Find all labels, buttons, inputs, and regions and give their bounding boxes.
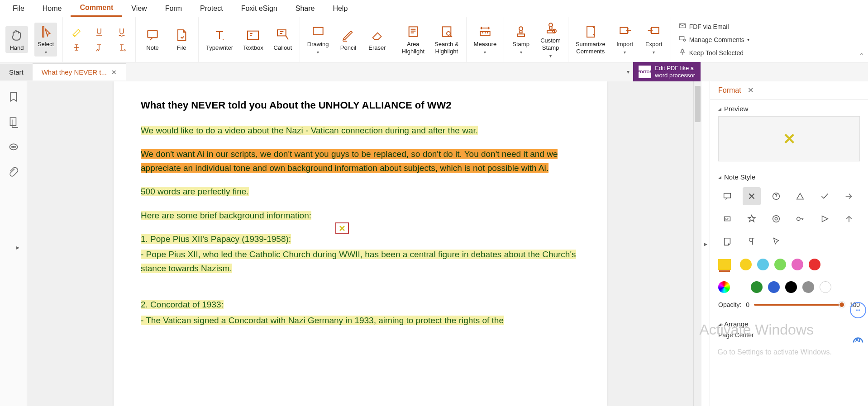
- measure-button[interactable]: Measure ▾: [472, 24, 499, 56]
- color-black[interactable]: [785, 281, 797, 293]
- style-cross[interactable]: [743, 187, 761, 205]
- assistant-bubble-icon[interactable]: [850, 302, 866, 318]
- style-comment[interactable]: [718, 187, 736, 205]
- menu-share[interactable]: Share: [286, 1, 324, 16]
- area-highlight-button[interactable]: Area Highlight: [400, 24, 426, 56]
- style-star[interactable]: [743, 210, 761, 228]
- hand-label: Hand: [10, 44, 24, 52]
- style-arrow-right[interactable]: [840, 187, 858, 205]
- right-panel-expand-icon[interactable]: ▸: [701, 81, 710, 406]
- manage-comments-button[interactable]: Manage Comments ▾: [678, 35, 749, 44]
- fdf-email-button[interactable]: FDF via Email: [678, 22, 749, 31]
- strikeout-icon: [71, 42, 82, 53]
- promo-banner[interactable]: EDITOR Edit PDF like a word processor: [633, 62, 701, 81]
- close-icon[interactable]: ✕: [111, 69, 117, 76]
- keep-tool-button[interactable]: Keep Tool Selected: [678, 48, 749, 57]
- document-view[interactable]: What they NEVER told you About the UNHOL…: [27, 81, 693, 406]
- tab-dropdown-icon[interactable]: ▾: [627, 69, 630, 75]
- color-blue[interactable]: [768, 281, 780, 293]
- preview-x-icon: ✕: [783, 130, 796, 148]
- close-icon[interactable]: ✕: [748, 86, 754, 94]
- color-green[interactable]: [774, 259, 786, 270]
- comments-icon[interactable]: [7, 141, 20, 154]
- typewriter-button[interactable]: Typewriter: [204, 27, 235, 52]
- highlight-button[interactable]: [68, 26, 85, 38]
- color-pink[interactable]: [792, 259, 803, 270]
- export-button[interactable]: Export ▾: [643, 24, 665, 56]
- area-highlight-icon: [406, 24, 420, 39]
- note-button[interactable]: Note: [141, 27, 164, 52]
- squiggly-icon: [116, 27, 127, 38]
- style-cursor[interactable]: [767, 232, 785, 250]
- strikeout-button[interactable]: [68, 41, 85, 54]
- sidebar-expand-icon[interactable]: ▸: [16, 244, 19, 251]
- opacity-slider[interactable]: [754, 304, 844, 306]
- ribbon-collapse-icon[interactable]: ⌃: [858, 52, 864, 60]
- tab-start[interactable]: Start: [0, 64, 33, 80]
- menu-comment[interactable]: Comment: [71, 0, 122, 17]
- menu-form[interactable]: Form: [156, 1, 191, 16]
- caret-button[interactable]: [91, 41, 107, 54]
- chevron-down-icon: ▾: [747, 37, 749, 42]
- vertical-scrollbar[interactable]: [693, 81, 701, 406]
- style-note[interactable]: [718, 232, 736, 250]
- preview-section-header[interactable]: Preview: [710, 99, 868, 116]
- stamp-button[interactable]: Stamp ▾: [510, 24, 532, 56]
- drawing-icon: [311, 24, 325, 39]
- file-label: File: [177, 44, 186, 52]
- current-color-indicator[interactable]: [718, 259, 731, 270]
- opacity-row: Opacity: 0 100: [710, 295, 868, 315]
- tab-document[interactable]: What they NEVER t... ✕: [33, 63, 126, 80]
- custom-stamp-button[interactable]: Custom Stamp ▾: [539, 20, 563, 59]
- style-check[interactable]: [816, 187, 834, 205]
- import-button[interactable]: Import ▾: [614, 24, 636, 56]
- doc-p5: 1. Pope Pius XII's Papacy (1939-1958):: [141, 234, 291, 244]
- svg-rect-1: [248, 31, 258, 39]
- style-triangle[interactable]: [791, 187, 809, 205]
- hand-button[interactable]: Hand: [5, 26, 28, 53]
- color-white[interactable]: [820, 281, 831, 293]
- note-style-section-header[interactable]: Note Style: [710, 168, 868, 184]
- eraser-button[interactable]: Eraser: [366, 27, 388, 52]
- color-darkgreen[interactable]: [751, 281, 763, 293]
- scrollbar-thumb[interactable]: [695, 86, 701, 122]
- style-arrow-up[interactable]: [840, 210, 858, 228]
- style-circle[interactable]: [767, 210, 785, 228]
- custom-stamp-icon: [544, 21, 558, 35]
- color-wheel-button[interactable]: [718, 281, 730, 293]
- callout-button[interactable]: Callout: [272, 27, 294, 52]
- color-yellow[interactable]: [740, 259, 752, 270]
- note-annotation-marker[interactable]: [335, 222, 349, 234]
- pencil-button[interactable]: Pencil: [337, 27, 359, 52]
- color-cyan[interactable]: [757, 259, 769, 270]
- opacity-slider-thumb[interactable]: [839, 302, 845, 308]
- style-help[interactable]: [767, 187, 785, 205]
- menu-help[interactable]: Help: [324, 1, 357, 16]
- style-newparagraph[interactable]: NP: [718, 210, 736, 228]
- promo-editor-icon: EDITOR: [639, 66, 651, 78]
- menu-view[interactable]: View: [122, 1, 156, 16]
- textbox-button[interactable]: Textbox: [241, 27, 265, 52]
- style-play[interactable]: [816, 210, 834, 228]
- style-paragraph[interactable]: [743, 232, 761, 250]
- attachment-icon[interactable]: [7, 166, 20, 179]
- style-key[interactable]: [791, 210, 809, 228]
- menu-protect[interactable]: Protect: [191, 1, 232, 16]
- pages-icon[interactable]: [7, 116, 20, 128]
- ai-icon[interactable]: AI: [850, 331, 866, 347]
- color-red[interactable]: [809, 259, 820, 270]
- menu-file[interactable]: File: [4, 1, 33, 16]
- search-highlight-button[interactable]: Search & Highlight: [433, 24, 460, 56]
- squiggly-button[interactable]: [114, 26, 130, 38]
- select-button[interactable]: Select ▾: [34, 23, 57, 57]
- menu-home[interactable]: Home: [33, 1, 71, 16]
- underline-button[interactable]: [91, 26, 107, 38]
- replace-button[interactable]: [114, 41, 130, 54]
- arrange-section-header[interactable]: Arrange: [710, 315, 868, 331]
- file-button[interactable]: File: [170, 27, 193, 52]
- drawing-button[interactable]: Drawing ▾: [305, 24, 331, 56]
- color-gray[interactable]: [802, 281, 814, 293]
- menu-foxit-esign[interactable]: Foxit eSign: [232, 1, 286, 16]
- summarize-button[interactable]: Summarize Comments: [574, 24, 607, 56]
- bookmark-icon[interactable]: [7, 90, 20, 103]
